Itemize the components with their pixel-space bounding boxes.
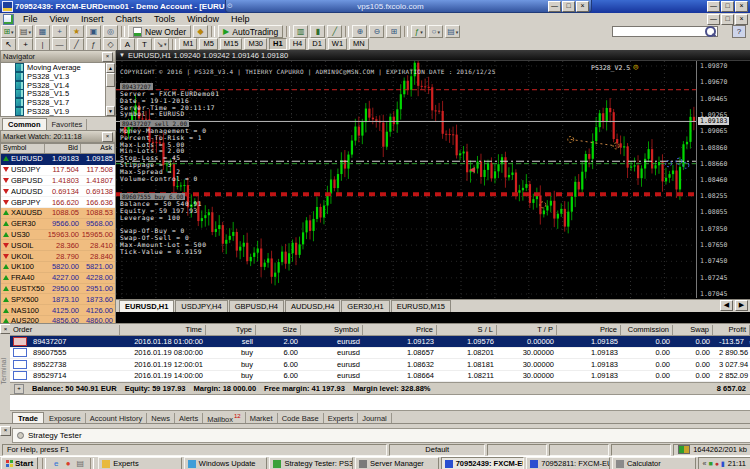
market-watch-row[interactable]: XAUUSD1088.051088.53 [1, 208, 115, 219]
internet-explorer-icon[interactable]: e [50, 458, 62, 469]
tabs-scroll-right-icon[interactable]: ▶ [735, 300, 748, 311]
tray-network-icon[interactable]: ▮ [721, 460, 725, 468]
tray-expand-icon[interactable]: « [703, 460, 707, 467]
strategy-tester-icon[interactable]: ◎ [103, 25, 118, 38]
navigator-close-icon[interactable]: × [102, 52, 113, 62]
market-watch-row[interactable]: AUDUSD0.691340.69138 [1, 186, 115, 197]
timeframe-m15[interactable]: M15 [220, 38, 243, 50]
market-watch-row[interactable]: USOIL28.36028.410 [1, 240, 115, 251]
sound-icon[interactable]: ◆ [193, 25, 208, 38]
tabs-scroll-left-icon[interactable]: ◀ [720, 300, 733, 311]
terminal-icon[interactable]: ▣ [86, 25, 101, 38]
navigator-scrollbar[interactable]: ▲ ▼ [105, 63, 115, 116]
tray-alert-icon[interactable]: ● [715, 460, 719, 467]
shapes-icon[interactable]: ◇ [103, 38, 118, 51]
profiles-icon[interactable]: ▤▾ [18, 25, 33, 38]
status-profile[interactable]: Default [389, 444, 485, 456]
navigator-icon[interactable]: ★ [69, 25, 84, 38]
strategy-tester-bar[interactable]: Strategy Tester [12, 428, 750, 443]
market-watch-row[interactable]: GBPJPY166.620166.636 [1, 197, 115, 208]
browser-icon[interactable]: ● [62, 458, 74, 469]
taskbar-button[interactable]: Server Manager [355, 457, 439, 469]
taskbar-button[interactable]: Strategy Tester: PS328... [269, 457, 353, 469]
taskbar-button[interactable]: Experts [98, 457, 182, 469]
chart-tab-eurusd-h1[interactable]: EURUSD,H1 [119, 300, 174, 312]
market-watch-row[interactable]: GER309566.009568.00 [1, 219, 115, 230]
navigator-tab-favorites[interactable]: Favorites [48, 119, 88, 130]
market-watch-row[interactable]: SPX5001873.101873.60 [1, 294, 115, 305]
navigator-item[interactable]: PS328_V1.9 [1, 107, 115, 116]
scroll-up-icon[interactable]: ▲ [106, 63, 115, 73]
column-header[interactable]: Symbol [301, 325, 363, 335]
menu-file[interactable]: File [17, 14, 44, 24]
close-button[interactable]: × [735, 1, 748, 12]
show-desktop-icon[interactable]: ▤ [74, 458, 86, 469]
order-row[interactable]: 894372072016.01.18 01:00:00sell2.00eurus… [10, 336, 750, 348]
arrows-icon[interactable]: ↘▾ [154, 38, 169, 51]
timeframe-h4[interactable]: H4 [289, 38, 307, 50]
templates-icon[interactable]: ▤▾ [445, 25, 460, 38]
chart-window-icon[interactable] [3, 14, 14, 25]
navigator-item[interactable]: PS328_V1.5 [1, 89, 115, 98]
scroll-down-icon[interactable]: ▼ [106, 106, 115, 116]
child-minimize-button[interactable]: — [707, 14, 720, 25]
orders-table-header[interactable]: OrderTimeTypeSizeSymbolPriceS / LT / PPr… [10, 324, 750, 336]
help-button[interactable]: ? [732, 25, 746, 38]
chart-title-bar[interactable]: ▼ EURUSD,H1 1.09240 1.09242 1.09146 1.09… [116, 50, 750, 61]
minimize-button[interactable]: — [707, 1, 720, 12]
column-header[interactable]: T / P [497, 325, 557, 335]
market-watch-row[interactable]: US3015963.0015965.00 [1, 230, 115, 241]
tile-windows-icon[interactable]: ⊞ [386, 25, 401, 38]
market-watch-row[interactable]: NAS1004125.004126.00 [1, 305, 115, 316]
order-row[interactable]: 895227382016.01.19 12:00:01buy6.00eurusd… [10, 359, 750, 371]
market-watch-row[interactable]: EURUSD1.091831.09185 [1, 154, 115, 165]
chart-tab-usdjpy-h4[interactable]: USDJPY,H4 [175, 300, 227, 312]
market-watch-close-icon[interactable]: × [102, 132, 113, 142]
object-label[interactable]: 89607555 buy 6.00 [120, 193, 185, 200]
column-header[interactable]: Order [10, 325, 120, 335]
column-header[interactable]: Price [363, 325, 437, 335]
timeframe-m30[interactable]: M30 [244, 38, 267, 50]
trendline-icon[interactable]: ╱ [69, 38, 84, 51]
market-watch-row[interactable]: USDJPY117.504117.508 [1, 165, 115, 176]
column-header[interactable]: Time [120, 325, 206, 335]
price-axis[interactable]: 1.098701.096701.094651.092651.090651.088… [696, 61, 750, 299]
scroll-thumb[interactable] [106, 73, 115, 87]
indicators-icon[interactable]: ƒ▾ [411, 25, 426, 38]
fibonacci-icon[interactable]: ƒ [86, 38, 101, 51]
navigator-item[interactable]: PS328_V1.3 [1, 72, 115, 81]
horizontal-line-icon[interactable]: — [52, 38, 67, 51]
market-watch-row[interactable]: EUSTX502950.002951.00 [1, 284, 115, 295]
pin-icon[interactable]: ⊙ [226, 2, 234, 10]
ea-smiley-icon[interactable]: ☺ [633, 63, 638, 72]
taskbar-button[interactable]: Calculator [612, 457, 696, 469]
vertical-line-icon[interactable]: | [35, 38, 50, 51]
periods-icon[interactable]: ○▾ [428, 25, 443, 38]
new-order-button[interactable]: New Order [128, 25, 191, 38]
timeframe-d1[interactable]: D1 [308, 38, 326, 50]
taskbar-button[interactable]: Windows Update [184, 457, 268, 469]
child-restore-button[interactable]: □ [721, 14, 734, 25]
chart-tab-audusd-h4[interactable]: AUDUSD,H4 [285, 300, 340, 312]
column-header[interactable]: Swap [673, 325, 713, 335]
crosshair-icon[interactable]: + [18, 38, 33, 51]
timeframe-m1[interactable]: M1 [179, 38, 197, 50]
text-icon[interactable]: A [120, 38, 135, 51]
menu-view[interactable]: View [44, 14, 75, 24]
rdp-close-button[interactable]: × [576, 1, 589, 12]
cursor-icon[interactable]: ↖ [1, 38, 16, 51]
chart-tab-eurusd-m15[interactable]: EURUSD,M15 [391, 300, 451, 312]
navigator-item[interactable]: PS328_V1.7 [1, 98, 115, 107]
object-label[interactable]: 89437207 [120, 83, 153, 90]
navigator-item[interactable]: Moving Average [1, 63, 115, 72]
expand-icon[interactable]: + [14, 384, 24, 394]
tester-close-icon[interactable]: × [0, 426, 11, 436]
zoom-out-icon[interactable]: ⊖ [369, 25, 384, 38]
menu-insert[interactable]: Insert [75, 14, 110, 24]
restore-button[interactable]: □ [721, 1, 734, 12]
column-header[interactable]: Type [206, 325, 256, 335]
autotrading-button[interactable]: ▶ AutoTrading [218, 25, 283, 38]
search-icon[interactable] [705, 26, 716, 37]
label-icon[interactable]: T [137, 38, 152, 51]
column-header[interactable]: Price [557, 325, 621, 335]
